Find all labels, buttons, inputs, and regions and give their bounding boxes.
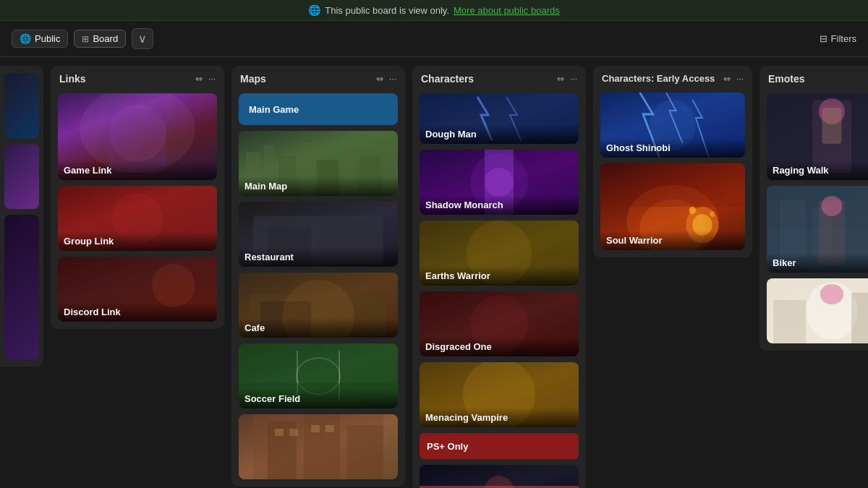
filters-button[interactable]: ⊟ Filters [820,33,856,44]
chevron-button[interactable]: ∨ [132,28,153,49]
partial-card-3[interactable] [4,215,39,359]
card-laser[interactable] [420,465,579,488]
card-cafe[interactable]: Cafe [239,273,398,338]
more-icon[interactable]: ··· [736,74,744,84]
svg-rect-30 [275,429,284,436]
card-biker-label: Biker [767,253,868,273]
card-earths-warrior-label: Earths Warrior [420,266,579,286]
column-maps-title: Maps [240,73,266,85]
partial-column [0,66,43,367]
expand-icon[interactable]: ⇔ [195,74,203,84]
card-discord-link[interactable]: Discord Link [58,257,217,322]
card-group-link-label: Group Link [58,231,217,251]
card-main-game[interactable]: Main Game [239,93,398,125]
column-characters: Characters ⇔ ··· Dough Man [412,66,586,488]
svg-rect-28 [304,414,340,479]
svg-rect-32 [311,425,320,432]
svg-point-55 [710,211,715,217]
svg-rect-56 [600,163,745,207]
card-ps-only[interactable]: PS+ Only [420,433,579,459]
board-icon: ⊞ [82,34,89,44]
card-earths-warrior[interactable]: Earths Warrior [420,221,579,286]
card-restaurant-label: Restaurant [239,247,398,267]
card-group-link[interactable]: Group Link [58,186,217,251]
column-characters-early: Characters: Early Access ⇔ ··· Ghost Shi… [593,66,752,257]
chevron-down-icon: ∨ [138,33,147,45]
card-shadow-monarch-label: Shadow Monarch [420,195,579,215]
card-soccer-field-label: Soccer Field [239,389,398,408]
column-characters-early-actions: ⇔ ··· [723,74,744,84]
column-maps-actions: ⇔ ··· [376,74,396,84]
card-soul-warrior[interactable]: Soul Warrior [600,163,745,250]
svg-point-66 [822,196,843,216]
column-emotes-header: Emotes [767,73,868,87]
public-badge[interactable]: 🌐 Public [12,30,68,48]
column-emotes: Emotes Raging Walk [760,66,868,351]
svg-rect-60 [822,108,842,144]
svg-point-69 [820,284,843,304]
card-discord-link-label: Discord Link [58,302,217,322]
column-characters-early-header: Characters: Early Access ⇔ ··· [600,73,745,87]
column-characters-actions: ⇔ ··· [557,74,577,84]
board-label: Board [93,33,118,44]
card-dough-man[interactable]: Dough Man [420,93,579,144]
card-menacing-vampire[interactable]: Menacing Vampire [420,362,579,427]
svg-rect-63 [780,200,806,258]
card-shadow-monarch[interactable]: Shadow Monarch [420,150,579,215]
card-ghost-shinobi-label: Ghost Shinobi [600,138,745,158]
card-main-game-label: Main Game [249,104,299,115]
card-game-link[interactable]: Game Link [58,93,217,180]
card-soccer-field[interactable]: Soccer Field [239,343,398,408]
board-badge[interactable]: ⊞ Board [74,30,126,48]
card-ps-only-label: PS+ Only [427,441,468,452]
column-emotes-title: Emotes [768,73,805,85]
column-links-title: Links [59,73,86,85]
column-links: Links ⇔ ··· Game Link [51,66,224,329]
card-building[interactable] [239,414,398,479]
svg-point-54 [689,207,696,214]
board-area: Links ⇔ ··· Game Link [0,57,868,488]
expand-icon[interactable]: ⇔ [557,74,564,84]
more-icon[interactable]: ··· [389,74,396,84]
learn-more-link[interactable]: More about public boards [454,5,560,16]
filter-icon: ⊟ [820,33,827,44]
notif-text: This public board is view only. [325,5,449,16]
column-maps: Maps ⇔ ··· Main Game [231,66,405,487]
more-icon[interactable]: ··· [208,74,216,84]
svg-point-47 [485,476,514,488]
card-menacing-vampire-label: Menacing Vampire [420,408,579,427]
filters-label: Filters [831,33,856,44]
column-characters-header: Characters ⇔ ··· [420,73,579,87]
toolbar-right: ⊟ Filters [820,33,856,44]
expand-icon[interactable]: ⇔ [376,74,383,84]
card-raging-walk[interactable]: Raging Walk [767,93,868,180]
card-biker[interactable]: Biker [767,186,868,273]
card-main-map-label: Main Map [239,176,398,196]
card-cafe-label: Cafe [239,318,398,338]
card-main-map[interactable]: Main Map [239,131,398,196]
public-globe-icon: 🌐 [20,33,31,44]
card-game-link-label: Game Link [58,160,217,180]
public-label: Public [35,33,60,44]
card-raging-walk-label: Raging Walk [767,160,868,180]
column-links-actions: ⇔ ··· [195,74,216,84]
svg-rect-31 [289,429,298,436]
more-icon[interactable]: ··· [570,74,577,84]
expand-icon[interactable]: ⇔ [723,74,731,84]
toolbar-left: 🌐 Public ⊞ Board ∨ [12,28,812,49]
svg-rect-29 [347,425,383,479]
svg-rect-33 [326,425,334,432]
column-maps-header: Maps ⇔ ··· [239,73,398,87]
partial-card-2[interactable] [4,144,39,209]
partial-card-1[interactable] [4,73,39,138]
column-links-header: Links ⇔ ··· [58,73,217,87]
card-disgraced-one[interactable]: Disgraced One [420,291,579,356]
svg-rect-70 [851,293,868,343]
card-disgraced-one-label: Disgraced One [420,337,579,356]
card-emote-last[interactable] [767,278,868,343]
card-restaurant[interactable]: Restaurant [239,202,398,267]
globe-icon: 🌐 [308,4,320,16]
toolbar: 🌐 Public ⊞ Board ∨ ⊟ Filters [0,21,868,57]
card-dough-man-label: Dough Man [420,124,579,144]
card-ghost-shinobi[interactable]: Ghost Shinobi [600,93,745,158]
